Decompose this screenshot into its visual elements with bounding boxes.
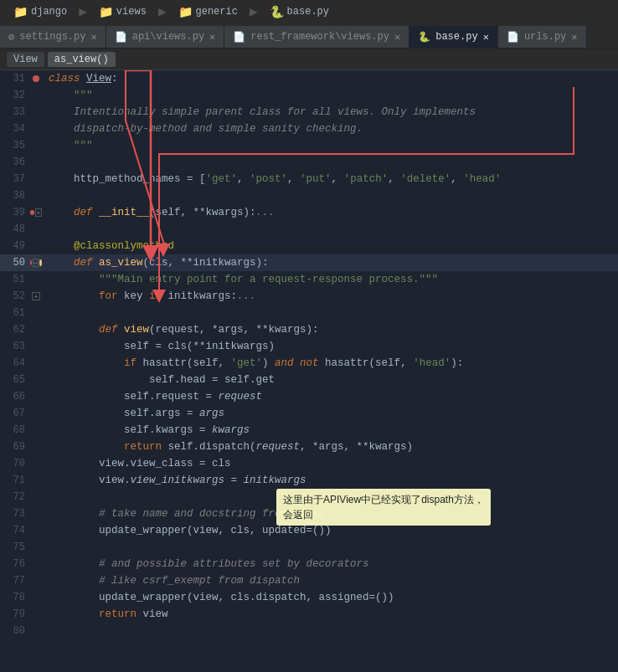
tab-urls-py[interactable]: 📄 urls.py ✕ (498, 26, 587, 48)
folder-icon-django: 📁 django (7, 3, 74, 21)
method-as-view[interactable]: as_view() (48, 52, 116, 67)
tab-bar: ⚙ settings.py ✕ 📄 api\views.py ✕ 📄 rest_… (0, 23, 618, 49)
code-line-66: self.request = request (42, 388, 618, 405)
tab-settings-py[interactable]: ⚙ settings.py ✕ (0, 26, 106, 48)
tab-icon-settings: ⚙ (8, 31, 14, 44)
code-line-63: self = cls(**initkwargs) (42, 338, 618, 355)
code-line-36 (42, 154, 618, 171)
close-icon[interactable]: ✕ (483, 31, 489, 44)
tab-api-views-py[interactable]: 📄 api\views.py ✕ (106, 26, 225, 48)
code-line-31: class View: (42, 70, 618, 87)
gutter-fold-50[interactable]: − (33, 259, 39, 267)
code-line-62: def view(request, *args, **kwargs): (42, 321, 618, 338)
gutter-dot-31 (33, 75, 39, 82)
code-content: class View: """ Intentionally simple par… (42, 70, 618, 672)
code-line-69: return self.dispatch(request, *args, **k… (42, 439, 618, 455)
title-bar: 📁 django ▶ 📁 views ▶ 📁 generic ▶ 🐍 base.… (0, 0, 618, 23)
close-icon[interactable]: ✕ (394, 31, 400, 44)
code-line-35: """ (42, 137, 618, 154)
breadcrumb-sep-1: ▶ (77, 3, 89, 20)
tab-icon-api-views: 📄 (115, 31, 127, 44)
code-line-52: for key in initkwargs:... (42, 288, 618, 305)
annotation-box: 这里由于APIView中已经实现了dispath方法，会返回 (276, 489, 491, 526)
code-line-38 (42, 187, 618, 204)
close-icon[interactable]: ✕ (571, 31, 577, 44)
code-line-67: self.args = args (42, 405, 618, 422)
method-bar: View as_view() (0, 49, 618, 70)
gutter-dot-50 (30, 260, 32, 265)
breadcrumb-sep-3: ▶ (248, 3, 260, 20)
code-line-76: # and possible attributes set by decorat… (42, 556, 618, 572)
code-line-50: def as_view(cls, **initkwargs): (42, 254, 618, 271)
close-icon[interactable]: ✕ (209, 31, 215, 44)
method-view[interactable]: View (7, 52, 44, 67)
code-line-70: view.view_class = cls (42, 455, 618, 472)
code-line-61 (42, 305, 618, 321)
gutter-fold-52[interactable]: + (32, 292, 40, 300)
code-line-32: """ (42, 87, 618, 104)
breadcrumb-sep-2: ▶ (157, 3, 168, 20)
tab-icon-rf-views: 📄 (233, 31, 245, 44)
code-line-71: view.view_initkwargs = initkwargs (42, 472, 618, 489)
code-line-65: self.head = self.get (42, 372, 618, 388)
code-line-80 (42, 623, 618, 639)
code-line-64: if hasattr(self, 'get') and not hasattr(… (42, 355, 618, 372)
tab-icon-base: 🐍 (418, 31, 430, 44)
code-line-37: http_method_names = ['get', 'post', 'put… (42, 171, 618, 187)
tab-icon-urls: 📄 (507, 31, 519, 44)
file-icon-base-py: 🐍 base.py (263, 3, 336, 21)
close-icon[interactable]: ✕ (90, 31, 96, 44)
code-line-39: def __init__(self, **kwargs):... (42, 204, 618, 221)
tab-base-py[interactable]: 🐍 base.py ✕ (409, 26, 498, 48)
code-line-49: @classonlymethod (42, 238, 618, 254)
code-line-75 (42, 539, 618, 556)
gutter-fold-39[interactable]: + (35, 208, 42, 217)
gutter-dot-39 (30, 210, 34, 215)
code-line-51: """Main entry point for a request-respon… (42, 271, 618, 288)
code-line-78: update_wrapper(view, cls.dispatch, assig… (42, 589, 618, 606)
code-line-77: # like csrf_exempt from dispatch (42, 572, 618, 589)
code-line-79: return view (42, 606, 618, 623)
folder-icon-generic: 📁 generic (172, 3, 245, 21)
line-numbers-gutter: 31 32 33 34 35 36 37 (0, 70, 42, 672)
tab-rest-framework-views-py[interactable]: 📄 rest_framework\views.py ✕ (224, 26, 409, 48)
code-line-48 (42, 221, 618, 238)
code-line-68: self.kwargs = kwargs (42, 422, 618, 439)
code-line-33: Intentionally simple parent class for al… (42, 104, 618, 121)
code-line-34: dispatch-by-method and simple sanity che… (42, 121, 618, 137)
folder-icon-views: 📁 views (92, 3, 153, 21)
code-area: 31 32 33 34 35 36 37 (0, 70, 618, 672)
